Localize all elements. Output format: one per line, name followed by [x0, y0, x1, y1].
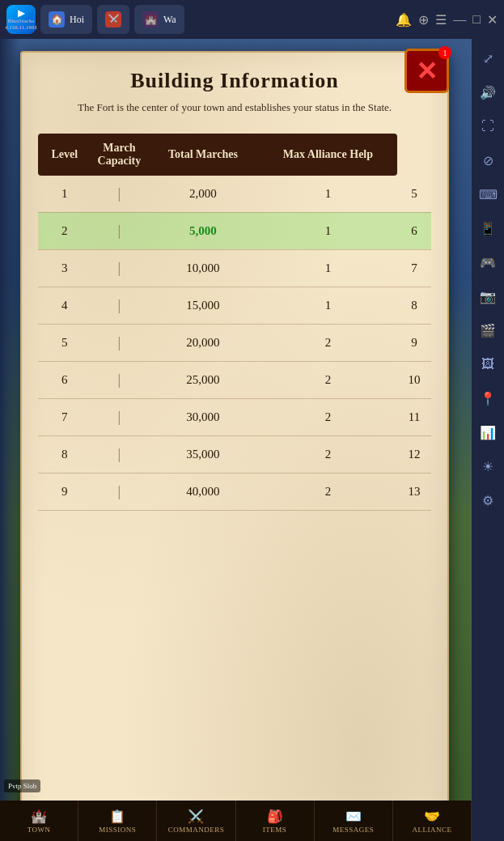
commanders-label: COMMANDERS — [168, 826, 225, 834]
phone-icon[interactable]: 📱 — [476, 217, 499, 240]
tab-home[interactable]: 🏠 Hoi — [40, 5, 92, 34]
window-controls: 🔔 ⊕ ☰ — □ ✕ — [396, 12, 498, 28]
table-row: 7|30,000211 — [38, 398, 431, 435]
panel-title: Building Information — [38, 69, 431, 93]
player-name: Pvtp Slob — [8, 782, 36, 790]
cell-divider: | — [91, 473, 148, 510]
bluestacks-logo: ▶ BlueStacks 4.150.11.1001 — [6, 5, 36, 34]
commanders-icon: ⚔️ — [188, 809, 204, 824]
search-icon[interactable]: ⊕ — [418, 12, 429, 28]
table-row: 5|20,00029 — [38, 324, 431, 361]
building-info-panel: ✕ 1 Building Information The Fort is the… — [20, 51, 449, 828]
location-icon[interactable]: 📍 — [476, 387, 499, 410]
cell-level: 9 — [38, 473, 91, 510]
header-level: Level — [38, 134, 91, 176]
cell-level: 5 — [38, 324, 91, 361]
bell-icon[interactable]: 🔔 — [396, 12, 412, 28]
game2-tab-icon: 🏰 — [142, 11, 159, 28]
cell-total-marches: 1 — [259, 287, 398, 324]
nav-town[interactable]: 🏰 TOWN — [0, 801, 78, 841]
table-row: 3|10,00017 — [38, 249, 431, 287]
town-label: TOWN — [28, 826, 51, 834]
slash-icon[interactable]: ⊘ — [476, 149, 499, 172]
messages-icon: ✉️ — [345, 809, 362, 824]
alliance-icon: 🤝 — [424, 809, 440, 824]
cell-max-alliance-help: 6 — [397, 212, 431, 249]
cell-divider: | — [91, 398, 148, 435]
minimize-icon[interactable]: — — [453, 12, 466, 28]
cell-march-capacity: 10,000 — [147, 249, 258, 287]
alliance-label: ALLIANCE — [412, 826, 451, 834]
cell-march-capacity: 15,000 — [147, 287, 258, 324]
cell-total-marches: 2 — [259, 398, 398, 435]
cell-total-marches: 1 — [259, 249, 398, 287]
cell-divider: | — [91, 212, 148, 249]
close-panel-button[interactable]: ✕ 1 — [404, 49, 449, 93]
cell-march-capacity: 30,000 — [147, 398, 258, 435]
cell-level: 1 — [38, 176, 91, 213]
cell-level: 7 — [38, 398, 91, 435]
cell-max-alliance-help: 7 — [397, 249, 431, 287]
header-total-marches: Total Marches — [147, 134, 258, 176]
cell-level: 8 — [38, 435, 91, 473]
keyboard-icon[interactable]: ⌨ — [476, 183, 499, 206]
cell-max-alliance-help: 11 — [397, 398, 431, 435]
cell-max-alliance-help: 9 — [397, 324, 431, 361]
cell-divider: | — [91, 361, 148, 398]
header-march-capacity: March Capacity — [91, 134, 148, 176]
menu-icon[interactable]: ☰ — [435, 12, 447, 28]
cell-total-marches: 2 — [259, 435, 398, 473]
messages-label: MESSAGES — [332, 826, 374, 834]
brightness-icon[interactable]: ☀ — [476, 455, 499, 478]
gamepad-icon[interactable]: 🎮 — [476, 251, 499, 274]
cell-total-marches: 1 — [259, 212, 398, 249]
gallery-icon[interactable]: 🖼 — [476, 353, 499, 376]
panel-description: The Fort is the center of your town and … — [38, 100, 431, 116]
table-header-row: Level March Capacity Total Marches Max A… — [38, 134, 431, 176]
video-icon[interactable]: 🎬 — [476, 319, 499, 342]
nav-commanders[interactable]: ⚔️ COMMANDERS — [157, 801, 235, 841]
missions-label: MISSIONS — [99, 826, 136, 834]
left-edge-decoration — [0, 39, 20, 841]
camera-icon[interactable]: 📷 — [476, 285, 499, 308]
tab-game2[interactable]: 🏰 Wa — [134, 5, 184, 34]
settings-icon[interactable]: ⚙ — [476, 489, 499, 512]
items-label: ITEMS — [263, 826, 287, 834]
cell-total-marches: 1 — [259, 176, 398, 213]
bottom-navigation: 🏰 TOWN 📋 MISSIONS ⚔️ COMMANDERS 🎒 ITEMS … — [0, 801, 472, 841]
cell-divider: | — [91, 324, 148, 361]
cell-total-marches: 2 — [259, 473, 398, 510]
cell-total-marches: 2 — [259, 361, 398, 398]
cell-max-alliance-help: 10 — [397, 361, 431, 398]
close-window-icon[interactable]: ✕ — [487, 12, 498, 28]
expand-icon[interactable]: ⤢ — [476, 47, 499, 70]
game1-tab-icon: ⚔️ — [105, 11, 121, 28]
nav-items[interactable]: 🎒 ITEMS — [236, 801, 315, 841]
cell-max-alliance-help: 12 — [397, 435, 431, 473]
nav-alliance[interactable]: 🤝 ALLIANCE — [393, 801, 472, 841]
building-info-table: Level March Capacity Total Marches Max A… — [38, 134, 431, 511]
device-icon[interactable]: 📊 — [476, 421, 499, 444]
right-sidebar: ⤢ 🔊 ⛶ ⊘ ⌨ 📱 🎮 📷 🎬 🖼 📍 📊 ☀ ⚙ — [472, 39, 504, 841]
cell-march-capacity: 20,000 — [147, 324, 258, 361]
home-tab-icon: 🏠 — [49, 11, 65, 28]
nav-missions[interactable]: 📋 MISSIONS — [78, 801, 157, 841]
cell-max-alliance-help: 13 — [397, 473, 431, 510]
table-row: 4|15,00018 — [38, 287, 431, 324]
cell-divider: | — [91, 287, 148, 324]
table-row: 9|40,000213 — [38, 473, 431, 510]
notification-badge: 1 — [438, 46, 451, 59]
maximize-icon[interactable]: □ — [472, 12, 481, 28]
volume-icon[interactable]: 🔊 — [476, 81, 499, 104]
cell-march-capacity: 5,000 — [147, 212, 258, 249]
fullscreen-icon[interactable]: ⛶ — [476, 115, 499, 138]
items-icon: 🎒 — [267, 809, 283, 824]
tab-game1[interactable]: ⚔️ — [97, 5, 129, 34]
cell-divider: | — [91, 176, 148, 213]
table-row: 6|25,000210 — [38, 361, 431, 398]
cell-level: 3 — [38, 249, 91, 287]
cell-max-alliance-help: 8 — [397, 287, 431, 324]
nav-messages[interactable]: ✉️ MESSAGES — [315, 801, 393, 841]
cell-divider: | — [91, 435, 148, 473]
cell-level: 2 — [38, 212, 91, 249]
